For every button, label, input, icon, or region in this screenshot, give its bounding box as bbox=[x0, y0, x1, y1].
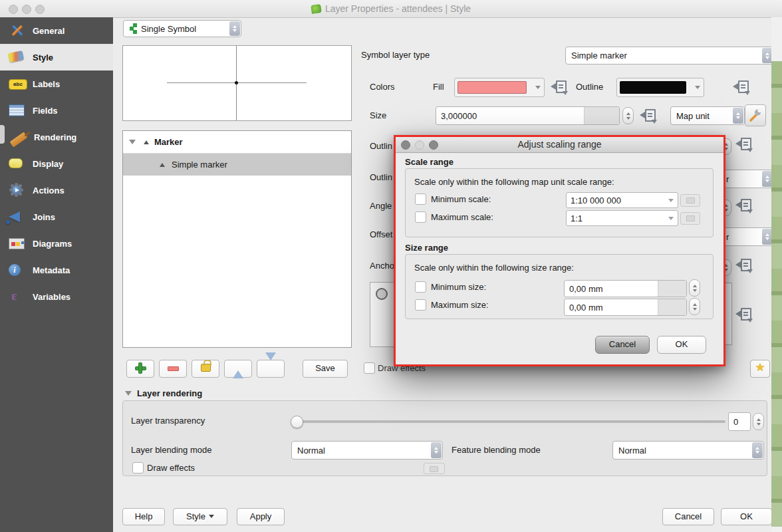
symbol-layer-type-label: Symbol layer type bbox=[361, 50, 430, 60]
fill-color-swatch bbox=[457, 81, 527, 94]
tree-row-simple-marker[interactable]: Simple marker bbox=[123, 154, 351, 176]
transparency-value-input[interactable]: 0 bbox=[728, 412, 751, 431]
size-input[interactable]: 3,000000 bbox=[436, 106, 620, 125]
data-defined-override-button[interactable] bbox=[640, 108, 658, 124]
cancel-button[interactable]: Cancel bbox=[662, 508, 714, 525]
sidebar-item-style[interactable]: Style bbox=[0, 44, 113, 70]
offset-unit-select-clipped[interactable]: r bbox=[722, 227, 774, 246]
feature-blending-label: Feature blending mode bbox=[452, 445, 541, 455]
data-defined-override-button[interactable] bbox=[551, 80, 569, 96]
minimum-scale-combo[interactable]: 1:10 000 000 bbox=[566, 192, 678, 208]
colors-label: Colors bbox=[370, 82, 395, 92]
remove-symbol-layer-button[interactable] bbox=[159, 360, 187, 378]
sidebar-item-labels[interactable]: Labels bbox=[0, 70, 113, 97]
sidebar-item-display[interactable]: Display bbox=[0, 150, 113, 177]
sidebar-item-actions[interactable]: Actions bbox=[0, 177, 113, 203]
up-triangle-icon bbox=[233, 360, 243, 378]
add-symbol-layer-button[interactable] bbox=[126, 360, 154, 378]
apply-button[interactable]: Apply bbox=[237, 508, 285, 525]
move-up-button[interactable] bbox=[224, 360, 252, 378]
minimum-scale-label: Minimum scale: bbox=[431, 194, 491, 204]
favorites-star-button[interactable]: ★ bbox=[750, 360, 770, 378]
chevron-down-icon bbox=[209, 515, 214, 518]
down-triangle-icon bbox=[265, 352, 276, 370]
minimum-size-input[interactable]: 0,00 mm bbox=[564, 280, 687, 297]
adjust-scaling-range-button[interactable] bbox=[745, 104, 766, 126]
sidebar-item-variables[interactable]: Variables bbox=[0, 283, 113, 310]
sidebar-item-general[interactable]: General bbox=[0, 17, 113, 44]
data-defined-override-button[interactable] bbox=[735, 307, 753, 323]
info-icon bbox=[9, 262, 26, 278]
anchor-shape-list[interactable] bbox=[370, 282, 396, 347]
outline-width-label-clipped: Outlin bbox=[370, 172, 392, 182]
maximum-size-checkbox[interactable] bbox=[415, 299, 426, 311]
maximum-size-input[interactable]: 0,00 mm bbox=[564, 299, 687, 316]
sidebar-item-joins[interactable]: Joins bbox=[0, 203, 113, 230]
save-symbol-button[interactable]: Save bbox=[303, 360, 348, 378]
window-titlebar: Layer Properties - attendees | Style bbox=[0, 0, 782, 18]
outline-color-picker[interactable] bbox=[616, 78, 704, 97]
angle-label: Angle bbox=[370, 201, 392, 211]
maximum-scale-label: Maximum scale: bbox=[431, 212, 493, 222]
fill-color-picker[interactable] bbox=[454, 78, 545, 97]
expand-triangle-icon[interactable] bbox=[129, 140, 136, 144]
dialog-titlebar[interactable]: Adjust scaling range bbox=[396, 137, 723, 153]
symbol-layer-type-select[interactable]: Simple marker bbox=[565, 47, 774, 65]
draw-effects-checkbox[interactable] bbox=[364, 362, 375, 374]
collapse-triangle-icon[interactable] bbox=[125, 391, 132, 396]
chevron-down-icon bbox=[535, 86, 541, 89]
minimum-size-checkbox[interactable] bbox=[415, 281, 426, 293]
minimum-size-label: Minimum size: bbox=[431, 282, 486, 292]
dialog-cancel-button[interactable]: Cancel bbox=[595, 336, 650, 354]
renderer-select[interactable]: Single Symbol bbox=[123, 20, 241, 37]
lock-layer-button[interactable] bbox=[192, 360, 219, 378]
layer-blending-select[interactable]: Normal bbox=[291, 441, 443, 460]
gear-action-icon bbox=[9, 182, 26, 198]
chevron-updown-icon bbox=[229, 21, 240, 36]
sidebar-item-fields[interactable]: Fields bbox=[0, 97, 113, 124]
minimum-size-slider-zone[interactable] bbox=[658, 281, 686, 297]
data-defined-override-button[interactable] bbox=[735, 137, 753, 153]
maximum-scale-checkbox[interactable] bbox=[415, 211, 426, 223]
ok-button[interactable]: OK bbox=[721, 508, 772, 525]
size-range-header: Size range bbox=[405, 243, 448, 253]
size-unit-select[interactable]: Map unit bbox=[670, 106, 745, 125]
size-label: Size bbox=[370, 110, 386, 120]
outline-width-unit-select-clipped[interactable]: r bbox=[722, 170, 774, 188]
style-menu-button[interactable]: Style bbox=[173, 508, 227, 525]
outline-style-label-clipped: Outlin bbox=[370, 141, 392, 151]
sidebar-item-rendering[interactable]: Rendering bbox=[0, 124, 113, 150]
feature-blending-select[interactable]: Normal bbox=[612, 441, 764, 460]
symbol-preview bbox=[122, 45, 352, 121]
sidebar-scroll-notch bbox=[0, 125, 5, 144]
data-defined-override-button[interactable] bbox=[735, 198, 753, 214]
outline-label: Outline bbox=[576, 82, 603, 92]
help-button[interactable]: Help bbox=[122, 508, 165, 525]
transparency-slider-handle[interactable] bbox=[291, 416, 303, 428]
transparency-stepper[interactable] bbox=[753, 413, 764, 430]
draw-effects-checkbox[interactable] bbox=[132, 462, 144, 473]
dialog-ok-button[interactable]: OK bbox=[657, 336, 706, 354]
sidebar-item-diagrams[interactable]: Diagrams bbox=[0, 230, 113, 257]
data-defined-override-button[interactable] bbox=[735, 258, 753, 274]
sidebar-item-metadata[interactable]: Metadata bbox=[0, 257, 113, 283]
minimum-scale-checkbox[interactable] bbox=[415, 194, 426, 205]
minimum-size-stepper[interactable] bbox=[689, 279, 700, 297]
scale-range-description: Scale only within the following map unit… bbox=[414, 177, 614, 187]
window-title: Layer Properties - attendees | Style bbox=[0, 0, 782, 17]
size-range-group: Scale only within the following size ran… bbox=[405, 254, 714, 319]
layer-rendering-panel: Layer transparency 0 Layer blending mode… bbox=[122, 400, 767, 476]
transparency-slider-track[interactable] bbox=[295, 420, 725, 423]
size-stepper[interactable] bbox=[622, 107, 634, 124]
wrench-icon bbox=[748, 108, 763, 122]
maximum-size-slider-zone[interactable] bbox=[658, 299, 686, 315]
open-lock-icon bbox=[201, 364, 211, 372]
data-defined-override-button[interactable] bbox=[733, 80, 751, 96]
size-slider-zone[interactable] bbox=[584, 107, 619, 124]
move-down-button[interactable] bbox=[257, 360, 285, 378]
circle-marker-icon bbox=[376, 288, 388, 300]
tree-row-marker[interactable]: Marker bbox=[123, 131, 351, 154]
maximum-scale-combo[interactable]: 1:1 bbox=[566, 210, 678, 226]
maximum-size-stepper[interactable] bbox=[689, 298, 700, 315]
effects-customize-button-disabled bbox=[424, 463, 445, 474]
